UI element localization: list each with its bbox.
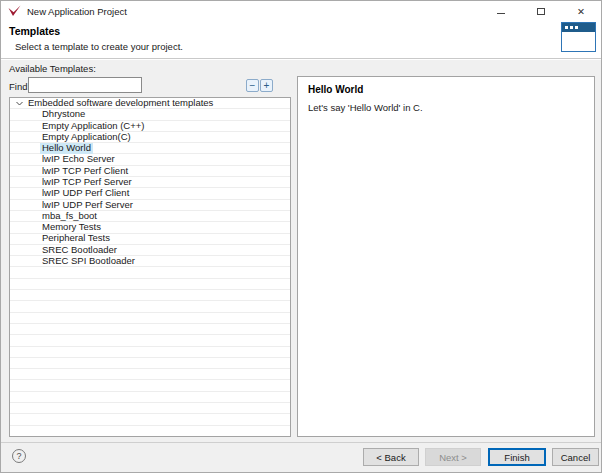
window-icon-dot <box>575 26 578 29</box>
template-item-label: Empty Application (C++) <box>40 121 146 132</box>
wizard-banner: Templates Select a template to create yo… <box>1 21 601 59</box>
minimize-button[interactable] <box>481 1 521 21</box>
empty-tree-row <box>10 403 290 414</box>
empty-tree-row <box>10 380 290 391</box>
help-button[interactable]: ? <box>12 449 26 463</box>
find-label: Find: <box>9 81 30 92</box>
window-title: New Application Project <box>27 6 127 17</box>
template-item-label: SREC Bootloader <box>40 245 119 256</box>
window-icon-dot <box>570 26 573 29</box>
close-button[interactable]: ✕ <box>561 1 601 21</box>
window-controls: ✕ <box>481 1 601 21</box>
titlebar[interactable]: New Application Project ✕ <box>1 1 601 21</box>
content-area: Available Templates: Find: − + Embedded … <box>1 60 601 444</box>
cancel-button[interactable]: Cancel <box>552 448 599 466</box>
wizard-banner-icon <box>561 22 596 52</box>
template-item-label: Memory Tests <box>40 222 103 233</box>
template-item-label: lwIP UDP Perf Client <box>40 188 131 199</box>
window-icon-dot <box>565 26 568 29</box>
template-item[interactable]: lwIP UDP Perf Client <box>10 188 290 199</box>
help-icon: ? <box>16 451 21 461</box>
minimize-icon <box>497 13 505 14</box>
back-button[interactable]: < Back <box>363 448 419 466</box>
expand-all-button[interactable]: + <box>260 79 273 92</box>
empty-tree-row <box>10 324 290 335</box>
empty-tree-row <box>10 414 290 425</box>
tree-items-container: DhrystoneEmpty Application (C++)Empty Ap… <box>10 109 290 437</box>
next-button: Next > <box>425 448 481 466</box>
empty-tree-row <box>10 358 290 369</box>
empty-tree-row <box>10 369 290 380</box>
empty-tree-row <box>10 267 290 278</box>
empty-tree-row <box>10 347 290 358</box>
template-item-label: lwIP UDP Perf Server <box>40 200 135 211</box>
new-application-project-dialog: New Application Project ✕ Templates Sele… <box>0 0 602 473</box>
empty-tree-row <box>10 301 290 312</box>
detail-description: Let's say 'Hello World' in C. <box>308 102 423 113</box>
empty-tree-row <box>10 279 290 290</box>
detail-title: Hello World <box>308 84 363 95</box>
empty-tree-row <box>10 335 290 346</box>
finish-button[interactable]: Finish <box>488 448 546 466</box>
chevron-down-icon <box>16 101 23 106</box>
collapse-all-button[interactable]: − <box>246 79 259 92</box>
template-item-label: lwIP TCP Perf Server <box>40 177 134 188</box>
empty-tree-row <box>10 392 290 403</box>
template-item-label: Empty Application(C) <box>40 132 133 143</box>
template-item-label: Dhrystone <box>40 109 87 120</box>
maximize-icon <box>537 8 545 15</box>
available-templates-label: Available Templates: <box>9 63 96 74</box>
page-title: Templates <box>9 25 60 37</box>
template-item-label: lwIP TCP Perf Client <box>40 166 130 177</box>
empty-tree-row <box>10 426 290 437</box>
empty-tree-row <box>10 313 290 324</box>
template-item-label: mba_fs_boot <box>40 211 99 222</box>
button-bar: ? < Back Next > Finish Cancel <box>1 442 601 472</box>
page-subtitle: Select a template to create your project… <box>15 41 183 52</box>
template-item[interactable]: SREC SPI Bootloader <box>10 256 290 267</box>
template-item-label: Hello World <box>40 143 93 154</box>
close-icon: ✕ <box>577 6 585 17</box>
templates-tree: Embedded software development templates … <box>9 97 291 437</box>
maximize-button[interactable] <box>521 1 561 21</box>
empty-tree-row <box>10 290 290 301</box>
xilinx-logo-icon <box>8 5 21 17</box>
expand-all-icon: + <box>264 81 270 91</box>
tree-root-label: Embedded software development templates <box>28 98 213 109</box>
template-item[interactable]: Dhrystone <box>10 109 290 120</box>
find-input[interactable] <box>28 77 142 93</box>
template-item-label: Peripheral Tests <box>40 233 112 244</box>
template-item-label: lwIP Echo Server <box>40 154 117 165</box>
collapse-all-icon: − <box>250 81 256 91</box>
window-icon-titlebar <box>562 23 595 32</box>
template-item-label: SREC SPI Bootloader <box>40 256 137 267</box>
template-detail-panel: Hello World Let's say 'Hello World' in C… <box>297 76 595 437</box>
